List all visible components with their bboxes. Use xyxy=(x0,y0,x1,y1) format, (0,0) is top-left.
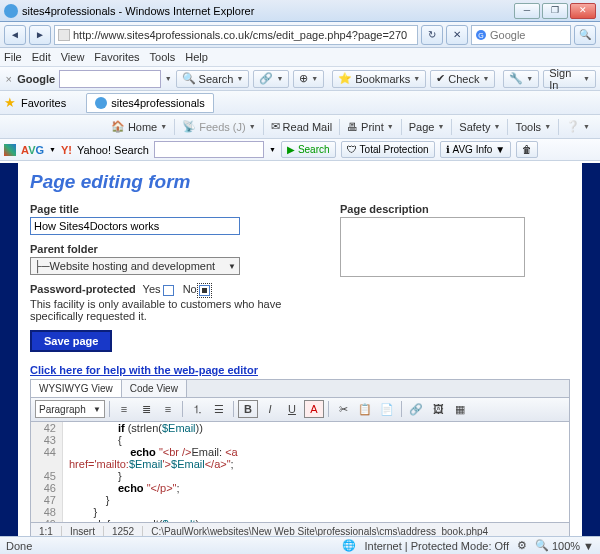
wrench-button[interactable]: 🔧▼ xyxy=(503,70,539,88)
favorites-label[interactable]: Favorites xyxy=(21,97,66,109)
image-icon[interactable]: 🖼 xyxy=(428,400,448,418)
menu-bar: File Edit View Favorites Tools Help xyxy=(0,48,600,67)
table-icon[interactable]: ▦ xyxy=(450,400,470,418)
parent-label: Parent folder xyxy=(30,243,300,255)
tools-button[interactable]: Tools▼ xyxy=(511,121,555,133)
toolbar-close-icon[interactable]: × xyxy=(4,73,13,85)
save-button[interactable]: Save page xyxy=(30,330,112,352)
avg-logo-icon xyxy=(4,144,16,156)
title-input[interactable] xyxy=(30,217,240,235)
color-icon[interactable]: A xyxy=(304,400,324,418)
avg-delete-button[interactable]: 🗑 xyxy=(516,141,538,158)
feeds-button[interactable]: 📡Feeds (J)▼ xyxy=(178,120,259,133)
file-path: C:\PaulWork\websites\New Web Site\profes… xyxy=(143,526,569,536)
status-zone: Internet | Protected Mode: Off xyxy=(364,540,509,552)
page-viewport: Page editing form Page title Parent fold… xyxy=(0,163,600,536)
safety-button[interactable]: Safety▼ xyxy=(455,121,504,133)
total-protection-button[interactable]: 🛡Total Protection xyxy=(341,141,435,158)
cursor-pos: 1:1 xyxy=(31,526,62,536)
menu-view[interactable]: View xyxy=(61,51,85,63)
editor-statusbar: 1:1 Insert 1252 C:\PaulWork\websites\New… xyxy=(31,522,569,536)
avg-search-button[interactable]: ▶Search xyxy=(281,141,336,158)
readmail-button[interactable]: ✉Read Mail xyxy=(267,120,337,133)
title-label: Page title xyxy=(30,203,300,215)
search-engine-name: Google xyxy=(490,29,525,41)
yahoo-search-input[interactable] xyxy=(154,141,264,158)
column-num: 1252 xyxy=(104,526,143,536)
list-ol-icon[interactable]: ⒈ xyxy=(187,400,207,418)
spellcheck-button[interactable]: ✔Check▼ xyxy=(430,70,495,88)
forward-button[interactable]: ► xyxy=(29,25,51,45)
paragraph-select[interactable]: Paragraph▼ xyxy=(35,400,105,418)
copy-icon[interactable]: 📋 xyxy=(355,400,375,418)
google-icon: G xyxy=(475,29,487,41)
tab-wysiwyg[interactable]: WYSIWYG View xyxy=(31,380,122,397)
page-content: Page editing form Page title Parent fold… xyxy=(18,163,582,536)
menu-file[interactable]: File xyxy=(4,51,22,63)
address-bar: ◄ ► http://www.sites4professionals.co.uk… xyxy=(0,22,600,48)
avg-brand: AVG xyxy=(21,144,44,156)
bold-icon[interactable]: B xyxy=(238,400,258,418)
pw-no-radio[interactable] xyxy=(199,285,210,296)
protected-mode-icon[interactable]: ⚙ xyxy=(517,539,527,552)
google-more-button[interactable]: ⊕▼ xyxy=(293,70,324,88)
back-button[interactable]: ◄ xyxy=(4,25,26,45)
avg-info-button[interactable]: ℹAVG Info▼ xyxy=(440,141,512,158)
window-titlebar: sites4professionals - Windows Internet E… xyxy=(0,0,600,22)
desc-textarea[interactable] xyxy=(340,217,525,277)
menu-favorites[interactable]: Favorites xyxy=(94,51,139,63)
menu-tools[interactable]: Tools xyxy=(150,51,176,63)
help-button[interactable]: ❔▼ xyxy=(562,120,594,133)
editor-toolbar: Paragraph▼ ≡ ≣ ≡ ⒈ ☰ B I U A ✂ 📋 📄 🔗 🖼 ▦ xyxy=(31,398,569,422)
dropdown-icon[interactable]: ▼ xyxy=(165,75,172,82)
browser-statusbar: Done 🌐 Internet | Protected Mode: Off ⚙ … xyxy=(0,536,600,554)
pw-note: This facility is only available to custo… xyxy=(30,298,300,322)
status-done: Done xyxy=(6,540,32,552)
browser-tab[interactable]: sites4professionals xyxy=(86,93,214,113)
stop-button[interactable]: ✕ xyxy=(446,25,468,45)
bookmarks-button[interactable]: ⭐Bookmarks▼ xyxy=(332,70,426,88)
globe-icon: 🌐 xyxy=(342,539,356,552)
google-search-input[interactable] xyxy=(59,70,161,88)
page-favicon xyxy=(58,29,70,41)
browser-search-field[interactable]: G Google xyxy=(471,25,571,45)
search-go-button[interactable]: 🔍 xyxy=(574,25,596,45)
yahoo-icon: Y! xyxy=(61,144,72,156)
italic-icon[interactable]: I xyxy=(260,400,280,418)
home-button[interactable]: 🏠Home▼ xyxy=(107,120,171,133)
align-center-icon[interactable]: ≣ xyxy=(136,400,156,418)
link-icon[interactable]: 🔗 xyxy=(406,400,426,418)
list-ul-icon[interactable]: ☰ xyxy=(209,400,229,418)
parent-select[interactable]: ├─Website hosting and development▼ xyxy=(30,257,240,275)
page-button[interactable]: Page▼ xyxy=(405,121,449,133)
google-share-button[interactable]: 🔗▼ xyxy=(253,70,289,88)
page-icon xyxy=(4,4,18,18)
desc-label: Page description xyxy=(340,203,570,215)
paste-icon[interactable]: 📄 xyxy=(377,400,397,418)
yahoo-label: Yahoo! Search xyxy=(77,144,149,156)
help-link[interactable]: Click here for help with the web-page ed… xyxy=(30,364,570,376)
signin-button[interactable]: Sign In▼ xyxy=(543,70,596,88)
close-button[interactable]: ✕ xyxy=(570,3,596,19)
svg-text:G: G xyxy=(478,31,483,38)
favorites-star-icon[interactable]: ★ xyxy=(4,95,16,110)
underline-icon[interactable]: U xyxy=(282,400,302,418)
minimize-button[interactable]: ─ xyxy=(514,3,540,19)
menu-edit[interactable]: Edit xyxy=(32,51,51,63)
google-brand: Google xyxy=(17,73,55,85)
align-left-icon[interactable]: ≡ xyxy=(114,400,134,418)
menu-help[interactable]: Help xyxy=(185,51,208,63)
print-button[interactable]: 🖶Print▼ xyxy=(343,121,398,133)
align-right-icon[interactable]: ≡ xyxy=(158,400,178,418)
zoom-control[interactable]: 🔍100% ▼ xyxy=(535,539,594,552)
google-search-button[interactable]: 🔍Search▼ xyxy=(176,70,250,88)
tab-code[interactable]: Code View xyxy=(122,380,187,397)
pw-yes-radio[interactable] xyxy=(163,285,174,296)
cut-icon[interactable]: ✂ xyxy=(333,400,353,418)
url-field[interactable]: http://www.sites4professionals.co.uk/cms… xyxy=(54,25,418,45)
code-area[interactable]: 42 if (strlen($Email)) 43 { 44 echo "<br… xyxy=(31,422,569,522)
maximize-button[interactable]: ❐ xyxy=(542,3,568,19)
favorites-bar: ★ Favorites sites4professionals xyxy=(0,91,600,115)
command-bar: 🏠Home▼ 📡Feeds (J)▼ ✉Read Mail 🖶Print▼ Pa… xyxy=(0,115,600,139)
refresh-button[interactable]: ↻ xyxy=(421,25,443,45)
